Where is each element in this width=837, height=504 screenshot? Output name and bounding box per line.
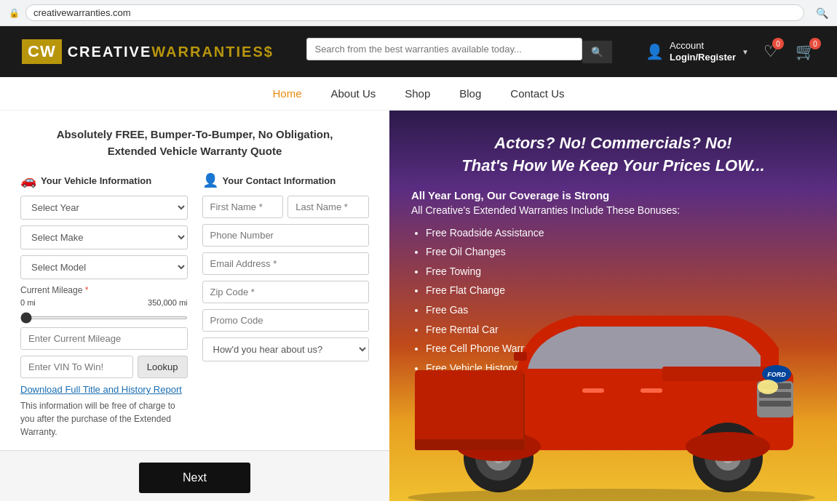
- zip-input[interactable]: [202, 281, 370, 303]
- hero-panel: Actors? No! Commercials? No! That's How …: [389, 111, 837, 501]
- svg-rect-5: [759, 401, 791, 407]
- nav-contact[interactable]: Contact Us: [510, 87, 564, 100]
- browser-bar: 🔒 creativewarranties.com 🔍: [0, 0, 837, 26]
- vehicle-section: 🚗 Your Vehicle Information Select Year S…: [20, 172, 188, 439]
- consent-text: I am completing and submitting this form…: [28, 500, 362, 501]
- form-title: Absolutely FREE, Bumper-To-Bumper, No Ob…: [20, 127, 369, 159]
- email-input[interactable]: [202, 252, 370, 275]
- first-name-input[interactable]: [202, 196, 284, 218]
- nav-about[interactable]: About Us: [331, 87, 376, 100]
- contact-section-header: 👤 Your Contact Information: [202, 172, 370, 188]
- contact-section-label: Your Contact Information: [223, 175, 336, 186]
- account-text: Account Login/Register: [670, 40, 736, 63]
- lookup-button[interactable]: Lookup: [138, 356, 188, 378]
- search-area: 🔍: [306, 38, 612, 66]
- year-select[interactable]: Select Year: [20, 196, 188, 220]
- url-bar[interactable]: creativewarranties.com: [25, 4, 804, 21]
- form-body: Absolutely FREE, Bumper-To-Bumper, No Ob…: [0, 111, 389, 450]
- hero-headline: Actors? No! Commercials? No! That's How …: [411, 132, 815, 177]
- svg-text:FORD: FORD: [767, 371, 786, 378]
- header-right: 👤 Account Login/Register ▼ ♡ 0 🛒 0: [646, 40, 815, 63]
- browser-search-icon: 🔍: [816, 7, 828, 19]
- person-icon: 👤: [202, 172, 218, 188]
- logo-box: CW: [22, 39, 62, 64]
- site-header: CW CREATIVEWARRANTIES$ 🔍 👤 Account Login…: [0, 26, 837, 77]
- search-input[interactable]: [306, 38, 582, 60]
- search-button[interactable]: 🔍: [582, 41, 612, 63]
- svg-rect-22: [415, 439, 524, 450]
- cart-area[interactable]: 🛒 0: [796, 42, 815, 61]
- mileage-min: 0 mi: [20, 298, 36, 307]
- svg-rect-1: [662, 367, 779, 381]
- hero-subtext1: All Year Long, Our Coverage is Strong: [411, 189, 815, 201]
- mileage-max: 350,000 mi: [148, 298, 187, 307]
- name-row: [202, 196, 370, 218]
- cart-badge: 0: [809, 38, 821, 49]
- lock-icon: 🔒: [9, 8, 20, 18]
- fine-print: This information will be free of charge …: [20, 399, 188, 439]
- vin-row: Lookup: [20, 356, 188, 378]
- mileage-input[interactable]: [20, 327, 188, 350]
- chevron-down-icon: ▼: [742, 48, 749, 56]
- logo-text: CREATIVEWARRANTIES$: [68, 44, 274, 60]
- mileage-slider-container: [20, 310, 188, 321]
- main-nav: Home About Us Shop Blog Contact Us: [0, 77, 837, 111]
- download-link[interactable]: Download Full Title and History Report: [20, 384, 188, 395]
- svg-rect-9: [514, 352, 527, 361]
- account-area[interactable]: 👤 Account Login/Register ▼: [646, 40, 749, 63]
- mileage-label: Current Mileage *: [20, 285, 188, 295]
- last-name-input[interactable]: [287, 196, 369, 218]
- next-area: Next I am completing and submitting this…: [0, 450, 389, 501]
- next-button[interactable]: Next: [139, 463, 250, 493]
- contact-section: 👤 Your Contact Information How'd you hea…: [202, 172, 370, 439]
- mileage-slider[interactable]: [20, 316, 188, 319]
- wishlist-badge: 0: [772, 38, 784, 49]
- phone-input[interactable]: [202, 224, 370, 247]
- promo-input[interactable]: [202, 309, 370, 332]
- hear-select[interactable]: How'd you hear about us? Google Facebook…: [202, 337, 370, 361]
- nav-shop[interactable]: Shop: [405, 87, 430, 100]
- nav-home[interactable]: Home: [273, 87, 302, 100]
- make-select[interactable]: Select Make: [20, 225, 188, 249]
- form-sections: 🚗 Your Vehicle Information Select Year S…: [20, 172, 369, 439]
- main-content: Absolutely FREE, Bumper-To-Bumper, No Ob…: [0, 111, 837, 501]
- wishlist-area[interactable]: ♡ 0: [763, 42, 778, 61]
- svg-point-8: [758, 380, 778, 394]
- model-select[interactable]: Select Model: [20, 255, 188, 279]
- vin-input[interactable]: [20, 356, 133, 378]
- car-icon: 🚗: [20, 172, 36, 188]
- vehicle-section-header: 🚗 Your Vehicle Information: [20, 172, 188, 188]
- account-icon: 👤: [646, 43, 664, 60]
- truck-svg: FORD: [389, 254, 837, 501]
- logo-area[interactable]: CW CREATIVEWARRANTIES$: [22, 39, 274, 64]
- hero-subtext2: All Creative's Extended Warranties Inclu…: [411, 204, 815, 216]
- nav-blog[interactable]: Blog: [459, 87, 481, 100]
- svg-rect-23: [582, 388, 604, 393]
- svg-point-25: [408, 489, 815, 501]
- svg-point-19: [686, 432, 770, 461]
- svg-rect-24: [640, 388, 662, 393]
- mileage-range-row: 0 mi 350,000 mi: [20, 298, 188, 307]
- svg-rect-20: [415, 370, 524, 449]
- form-panel: Absolutely FREE, Bumper-To-Bumper, No Ob…: [0, 111, 389, 501]
- bonus-item: Free Roadside Assistance: [426, 223, 815, 243]
- truck-image: FORD: [389, 254, 837, 501]
- vehicle-section-label: Your Vehicle Information: [41, 175, 151, 186]
